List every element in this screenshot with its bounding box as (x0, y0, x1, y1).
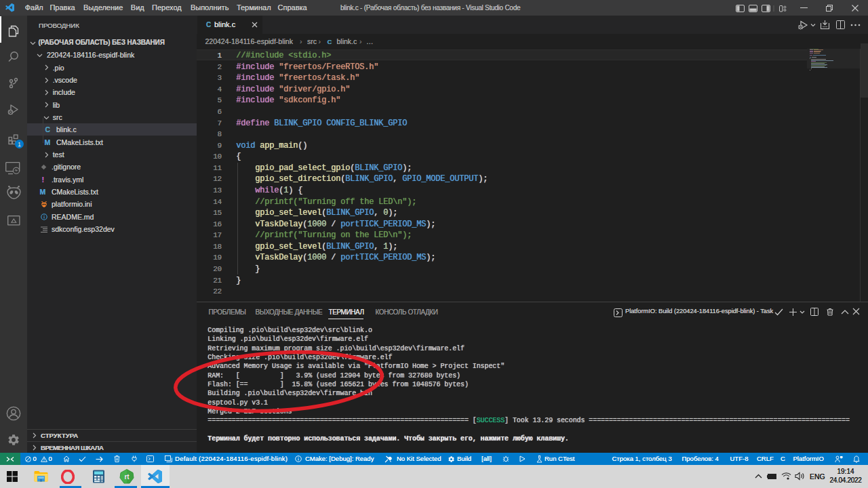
svg-text:rt: rt (124, 473, 130, 481)
svg-text:1: 1 (17, 141, 20, 148)
